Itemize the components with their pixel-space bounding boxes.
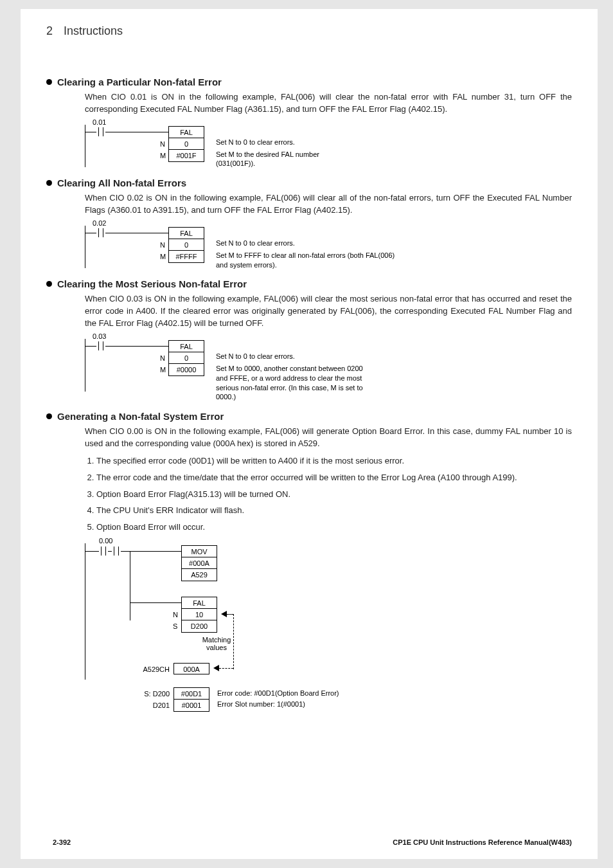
chapter-number: 2 <box>46 24 53 38</box>
row-label: M <box>160 251 166 262</box>
inst-name: FAL <box>182 597 217 609</box>
arrow-left-icon <box>221 611 227 619</box>
row-label: N <box>160 352 165 364</box>
contact-icon <box>112 547 121 556</box>
page-number: 2-392 <box>53 838 71 846</box>
row-label: N <box>173 609 178 620</box>
mov-box: MOV #000A A529 <box>181 545 217 581</box>
row-label: N <box>160 239 165 251</box>
inst-name: FAL <box>169 228 204 239</box>
row-val: #0000 <box>177 366 197 374</box>
row-val: 0 <box>184 241 188 249</box>
contact-icon <box>96 127 105 136</box>
note-text: Set N to 0 to clear errors. <box>216 239 396 248</box>
d201-note: Error Slot number: 1(#0001) <box>217 700 305 708</box>
manual-title: CP1E CPU Unit Instructions Reference Man… <box>393 838 572 846</box>
section-heading: Clearing a Particular Non-fatal Error <box>46 77 572 87</box>
row-val: #000A <box>182 557 217 569</box>
row-label: M <box>160 150 166 161</box>
row-val: 10 <box>195 611 203 619</box>
row-val: 0 <box>184 354 188 362</box>
section-heading: Clearing All Non-fatal Errors <box>46 177 572 188</box>
ladder-diagram: 0.03 FAL N0 M#0000 Set N to 0 to clear e… <box>85 335 572 402</box>
matching-label: Matching values <box>194 636 239 651</box>
section-body: When CIO 0.00 is ON in the following exa… <box>85 426 572 450</box>
bullet-icon <box>46 180 52 186</box>
section-heading: Generating a Non-fatal System Error <box>46 411 572 422</box>
bullet-icon <box>46 413 52 419</box>
list-item: The CPU Unit's ERR Indicator will flash. <box>96 505 572 517</box>
d200-label: S: D200 <box>134 690 170 698</box>
rung-label: 0.01 <box>93 118 106 126</box>
d201-label: D201 <box>134 701 170 709</box>
note-text: Set M to FFFF to clear all non-fatal err… <box>216 251 396 270</box>
note-text: Set N to 0 to clear errors. <box>216 352 370 361</box>
row-label: M <box>160 364 166 375</box>
page: 2 Instructions Clearing a Particular Non… <box>21 9 598 859</box>
list-item: The error code and the time/date that th… <box>96 472 572 484</box>
section-heading: Clearing the Most Serious Non-fatal Erro… <box>46 278 572 289</box>
fal-box: FAL N10 SD200 <box>181 597 217 633</box>
ladder-notes: Set N to 0 to clear errors. Set M to the… <box>216 138 325 169</box>
note-text: Set M to the desired FAL number (031(001… <box>216 150 325 169</box>
contact-icon <box>96 228 105 237</box>
section-body: When CIO 0.01 is ON in the following exa… <box>85 91 572 116</box>
row-label: N <box>160 138 165 150</box>
list-item: Option Board Error will occur. <box>96 521 572 534</box>
chapter-title: Instructions <box>64 24 123 37</box>
list-item: Option Board Error Flag(A315.13) will be… <box>96 489 572 501</box>
row-val: 000A <box>174 664 209 675</box>
inst-name: FAL <box>169 127 204 138</box>
section-body: When CIO 0.02 is ON in the following exa… <box>85 192 572 217</box>
generation-diagram: 0.00 MOV #000A A529 FAL N10 SD200 Matchi… <box>85 538 572 744</box>
row-val: #001F <box>176 152 196 159</box>
ladder-notes: Set N to 0 to clear errors. Set M to FFF… <box>216 239 396 270</box>
rung-label: 0.02 <box>93 219 106 227</box>
inst-name: MOV <box>182 546 217 557</box>
rung-label: 0.00 <box>99 537 112 545</box>
row-val: A529 <box>182 569 217 581</box>
row-val: #0001 <box>174 700 209 711</box>
section-title: Clearing the Most Serious Non-fatal Erro… <box>57 278 247 289</box>
inst-name: FAL <box>169 341 204 352</box>
section-title: Clearing a Particular Non-fatal Error <box>57 77 222 87</box>
row-label: S <box>173 620 177 632</box>
arrow-left-icon <box>213 665 219 673</box>
instruction-box: FAL N0 M#001F <box>168 126 204 162</box>
section-title: Generating a Non-fatal System Error <box>57 411 224 422</box>
d200-note: Error code: #00D1(Option Board Error) <box>217 689 339 697</box>
ordered-list: The specified error code (00D1) will be … <box>85 455 572 534</box>
list-item: The specified error code (00D1) will be … <box>96 455 572 467</box>
a529-label: A529CH <box>134 665 170 673</box>
row-val: #00D1 <box>174 688 209 700</box>
note-text: Set N to 0 to clear errors. <box>216 138 325 147</box>
contact-icon <box>99 547 108 556</box>
d200-box: #00D1 #0001 <box>173 687 209 712</box>
a529-box: 000A <box>173 663 209 674</box>
section-body: When CIO 0.03 is ON in the following exa… <box>85 293 572 330</box>
rung-label: 0.03 <box>93 332 106 340</box>
chapter-header: 2 Instructions <box>46 24 572 38</box>
row-val: D200 <box>191 622 208 630</box>
contact-icon <box>96 341 105 350</box>
row-val: #FFFF <box>176 253 197 260</box>
page-footer: 2-392 CP1E CPU Unit Instructions Referen… <box>53 838 572 846</box>
ladder-notes: Set N to 0 to clear errors. Set M to 000… <box>216 352 370 402</box>
bullet-icon <box>46 79 52 85</box>
instruction-box: FAL N0 M#0000 <box>168 340 204 376</box>
ladder-diagram: 0.02 FAL N0 M#FFFF Set N to 0 to clear e… <box>85 222 572 270</box>
ladder-diagram: 0.01 FAL N0 M#001F Set N to 0 to clear e… <box>85 121 572 169</box>
instruction-box: FAL N0 M#FFFF <box>168 227 204 263</box>
section-title: Clearing All Non-fatal Errors <box>57 177 186 188</box>
row-val: 0 <box>184 140 188 148</box>
bullet-icon <box>46 281 52 287</box>
note-text: Set M to 0000, another constant between … <box>216 364 370 402</box>
